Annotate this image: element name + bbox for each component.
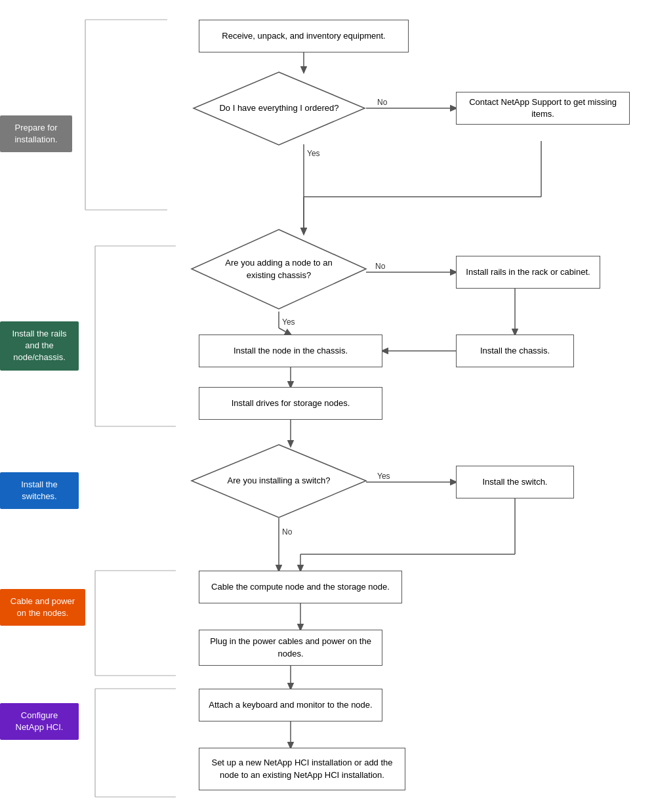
sidebar-switches: Install the switches. [0, 472, 79, 509]
svg-text:No: No [375, 262, 386, 271]
box-contact-netapp: Contact NetApp Support to get missing it… [456, 92, 630, 125]
diamond-have-everything: Do I have everything I ordered? [192, 71, 366, 146]
sidebar-configure: Configure NetApp HCI. [0, 703, 79, 740]
svg-text:Yes: Yes [377, 472, 390, 481]
box-install-chassis: Install the chassis. [456, 335, 574, 367]
sidebar-rails: Install the rails and the node/chassis. [0, 321, 79, 371]
diamond-adding-node: Are you adding a node to an existing cha… [190, 228, 367, 310]
box-install-node-chassis: Install the node in the chassis. [199, 335, 382, 367]
box-receive: Receive, unpack, and inventory equipment… [199, 20, 409, 52]
box-plug-power: Plug in the power cables and power on th… [199, 630, 382, 666]
diamond-installing-switch: Are you installing a switch? [190, 443, 367, 519]
diagram-container: Yes No Yes No Yes [0, 0, 656, 812]
box-install-drives: Install drives for storage nodes. [199, 387, 382, 420]
svg-text:No: No [282, 527, 293, 537]
svg-line-13 [279, 328, 291, 335]
sidebar-prepare: Prepare for installation. [0, 115, 72, 152]
svg-text:Yes: Yes [307, 149, 320, 158]
box-install-switch: Install the switch. [456, 466, 574, 498]
box-setup-hci: Set up a new NetApp HCI installation or … [199, 748, 405, 790]
sidebar-cable: Cable and power on the nodes. [0, 589, 85, 626]
svg-text:No: No [377, 98, 388, 107]
box-install-rails: Install rails in the rack or cabinet. [456, 256, 600, 289]
svg-text:Yes: Yes [282, 317, 295, 327]
box-attach-keyboard: Attach a keyboard and monitor to the nod… [199, 689, 382, 721]
box-cable-nodes: Cable the compute node and the storage n… [199, 571, 402, 603]
